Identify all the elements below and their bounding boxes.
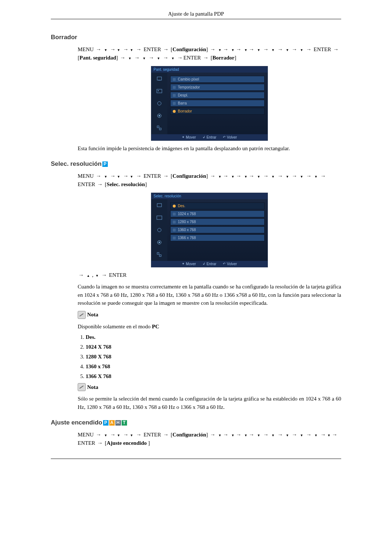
svg-rect-7 bbox=[159, 128, 161, 130]
osd-option[interactable]: 1280 x 768 bbox=[170, 218, 265, 225]
svg-point-3 bbox=[158, 102, 161, 105]
borrador-desc: Esta función impide la persistencia de i… bbox=[78, 144, 341, 153]
sound-icon bbox=[155, 99, 163, 107]
section-resolucion-title: Selec. resoluciónP bbox=[51, 160, 341, 168]
menu-path-resolucion: MENU ENTER [Configuración] ENTER [Selec.… bbox=[78, 172, 341, 189]
svg-rect-6 bbox=[157, 126, 159, 128]
page-header: Ajuste de la pantalla PDP bbox=[51, 11, 341, 19]
svg-point-10 bbox=[158, 228, 161, 232]
badge-h: H bbox=[115, 420, 121, 426]
svg-rect-13 bbox=[157, 253, 159, 254]
list-item: 1024 X 768 bbox=[86, 344, 341, 350]
svg-rect-0 bbox=[157, 77, 162, 80]
multi-icon bbox=[155, 124, 163, 132]
menu-path-ajuste: MENU ENTER [Configuración] ENTER [Ajuste… bbox=[78, 431, 341, 448]
input-icon bbox=[155, 75, 163, 83]
section-ajuste-encendido-title: Ajuste encendidoPAHT bbox=[51, 419, 341, 426]
badge-p: P bbox=[102, 161, 108, 167]
osd-option[interactable]: 1360 x 768 bbox=[170, 226, 265, 233]
list-item: 1280 X 768 bbox=[86, 354, 341, 360]
osd-footer: ✦Mover ↲Entrar ↶Volver bbox=[151, 134, 268, 140]
osd-option[interactable]: Despl. bbox=[170, 92, 265, 99]
note-label: Nota bbox=[87, 384, 98, 390]
footer-rule bbox=[51, 459, 341, 459]
osd-title: Selec. resolución bbox=[151, 193, 268, 199]
sound-icon bbox=[155, 226, 163, 234]
resolucion-desc: Cuando la imagen no se muestra correctam… bbox=[78, 283, 341, 307]
osd-resolucion: Selec. resolución Des. 1024 x 768 1280 x… bbox=[151, 193, 268, 267]
osd-option[interactable]: 1024 x 768 bbox=[170, 210, 265, 217]
note-label: Nota bbox=[87, 312, 98, 318]
osd-title: Pant. seguridad bbox=[151, 66, 268, 73]
osd-option-selected[interactable]: Borrador bbox=[170, 108, 265, 115]
input-icon bbox=[155, 201, 163, 209]
list-item: 1366 X 768 bbox=[86, 373, 341, 379]
list-item: Des. bbox=[86, 334, 341, 340]
badge-a: A bbox=[109, 420, 115, 426]
note-pc-only: Disponible solamente en el modo PC bbox=[78, 323, 341, 331]
setup-icon bbox=[155, 112, 163, 120]
osd-sidebar bbox=[151, 73, 167, 134]
nav-updown-enter: , ENTER bbox=[78, 271, 341, 279]
note-graphics-card: Sólo se permite la selección del menú cu… bbox=[78, 395, 341, 411]
resolution-list: Des. 1024 X 768 1280 X 768 1360 x 768 13… bbox=[78, 334, 341, 379]
setup-icon bbox=[155, 238, 163, 246]
list-item: 1360 x 768 bbox=[86, 364, 341, 370]
osd-option[interactable]: Temporizador bbox=[170, 84, 265, 91]
note-icon bbox=[78, 383, 86, 391]
picture-icon bbox=[155, 214, 163, 222]
svg-rect-9 bbox=[157, 216, 162, 219]
picture-icon bbox=[155, 87, 163, 95]
osd-option[interactable]: Cambio píxel bbox=[170, 76, 265, 83]
svg-rect-14 bbox=[159, 255, 161, 257]
badge-p: P bbox=[103, 420, 109, 426]
osd-option-selected[interactable]: Des. bbox=[170, 202, 265, 209]
svg-point-5 bbox=[159, 115, 160, 116]
osd-option[interactable]: Barra bbox=[170, 100, 265, 107]
svg-point-12 bbox=[159, 242, 160, 243]
osd-option[interactable]: 1366 x 768 bbox=[170, 234, 265, 241]
osd-footer: ✦Mover ↲Entrar ↶Volver bbox=[151, 261, 268, 267]
osd-sidebar bbox=[151, 199, 167, 261]
badge-t: T bbox=[122, 420, 127, 426]
menu-path-borrador: MENU ENTER [Configuración] ENTER [Pant. … bbox=[78, 45, 341, 62]
svg-rect-1 bbox=[157, 89, 162, 93]
svg-rect-8 bbox=[157, 204, 162, 207]
osd-borrador: Pant. seguridad Cambio píxel Temporizado… bbox=[151, 66, 268, 141]
svg-point-2 bbox=[158, 90, 159, 91]
note-icon bbox=[78, 311, 86, 319]
section-borrador-title: Borrador bbox=[51, 34, 341, 41]
multi-icon bbox=[155, 251, 163, 259]
